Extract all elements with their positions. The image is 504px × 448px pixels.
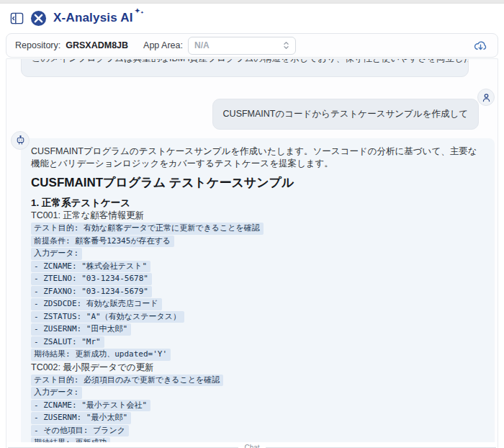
repository-label: Repository: (15, 40, 60, 50)
user-message-bubble: CUSFMAINTのコードからテストケースサンプルを作成して (212, 99, 479, 130)
sparkle-icon: ✦ (135, 7, 140, 14)
inline-code-chip: テスト目的: 有効な顧客データで正常に更新できることを確認 (31, 223, 264, 235)
inline-code-chip: - ZCNAME: "最小テスト会社" (31, 400, 150, 412)
app-header: X-Analysis AI✦✦ (0, 4, 504, 32)
assistant-line-chip: - ZTELNO: "03-1234-5678" (31, 272, 483, 285)
chat-divider-label: Chat (244, 444, 259, 448)
inline-code-chip: - その他項目: ブランク (31, 425, 129, 437)
assistant-line-chip: - ZCNAME: "最小テスト会社" (31, 399, 483, 412)
assistant-avatar (11, 131, 30, 150)
inline-code-chip: - ZDSDCDE: 有効な販売店コード (31, 298, 162, 310)
sidebar-toggle-button[interactable] (9, 11, 24, 25)
app: { "header": { "title": "X-Analysis AI", … (0, 0, 504, 448)
assistant-message-row: CUSFMAINTプログラムのテストケースサンプルを作成いたします。ソースコード… (6, 138, 498, 442)
assistant-message-clipped: このメインプログラムは典型的なIBM i資産プログラムの構造を示しており、保守性… (21, 59, 469, 77)
assistant-line-h1: CUSFMAINTプログラム テストケースサンプル (31, 176, 483, 190)
assistant-line-chip: テスト目的: 有効な顧客データで正常に更新できることを確認 (31, 222, 483, 235)
x-analysis-logo-icon (30, 10, 47, 27)
download-report-button[interactable] (473, 37, 489, 53)
app-area-select[interactable]: N/A (188, 37, 296, 55)
chevron-updown-icon (283, 41, 289, 50)
robot-icon (14, 135, 27, 147)
inline-code-chip: 前提条件: 顧客番号12345が存在する (31, 236, 174, 248)
panel-collapse-icon (10, 12, 24, 25)
inline-code-chip: - ZSTATUS: "A"（有効なステータス） (31, 311, 184, 323)
assistant-line-chip: 期待結果: 更新成功、updated='Y' (31, 348, 483, 361)
user-avatar (477, 89, 495, 106)
page-title: X-Analysis AI✦✦ (53, 11, 142, 25)
assistant-line-chip: - ZSTATUS: "A"（有効なステータス） (31, 310, 483, 323)
assistant-line-p: CUSFMAINTプログラムのテストケースサンプルを作成いたします。ソースコード… (31, 145, 483, 170)
assistant-line-chip: - ZCNAME: "株式会社テスト" (31, 260, 483, 273)
chat-section-divider: Chat (6, 442, 498, 448)
assistant-line-chip: - ZUSERNM: "田中太郎" (31, 323, 483, 336)
assistant-line-chip: - ZUSERNM: "最小太郎" (31, 411, 483, 424)
assistant-message-block: CUSFMAINTプログラムのテストケースサンプルを作成いたします。ソースコード… (21, 138, 495, 442)
assistant-line-chip: - ZDSDCDE: 有効な販売店コード (31, 297, 483, 310)
context-toolbar: Repository: GRSXADM8JB App Area: N/A (6, 33, 498, 58)
app-area-label: App Area: (143, 40, 183, 50)
inline-code-chip: 入力データ: (31, 387, 82, 399)
chat-panel: このメインプログラムは典型的なIBM i資産プログラムの構造を示しており、保守性… (6, 58, 498, 448)
assistant-line-h2: 1. 正常系テストケース (31, 197, 483, 209)
assistant-line-chip: 前提条件: 顧客番号12345が存在する (31, 235, 483, 248)
assistant-line-chip: - ZFAXNO: "03-1234-5679" (31, 285, 483, 298)
inline-code-chip: 期待結果: 更新成功、updated='Y' (31, 349, 171, 361)
assistant-line-chip: - ZSALUT: "Mr" (31, 336, 483, 349)
assistant-line-chip: - その他項目: ブランク (31, 424, 483, 437)
inline-code-chip: - ZFAXNO: "03-1234-5679" (31, 286, 152, 298)
assistant-line-chip: テスト目的: 必須項目のみで更新できることを確認 (31, 374, 483, 387)
assistant-line-chip: 入力データ: (31, 386, 483, 399)
inline-code-chip: - ZUSERNM: "最小太郎" (31, 412, 131, 424)
divider-line (266, 447, 496, 448)
inline-code-chip: - ZTELNO: "03-1234-5678" (31, 273, 152, 285)
inline-code-chip: 期待結果: 更新成功 (31, 437, 110, 442)
inline-code-chip: テスト目的: 必須項目のみで更新できることを確認 (31, 375, 223, 387)
assistant-line-chip: 入力データ: (31, 247, 483, 260)
assistant-line-chip: 期待結果: 更新成功 (31, 436, 483, 442)
assistant-line-text: TC002: 最小限データでの更新 (31, 362, 483, 373)
sparkle-icon: ✦ (140, 10, 143, 14)
inline-code-chip: 入力データ: (31, 248, 82, 260)
inline-code-chip: - ZUSERNM: "田中太郎" (31, 323, 131, 336)
inline-code-chip: - ZCNAME: "株式会社テスト" (31, 261, 150, 273)
cloud-download-icon (473, 38, 489, 53)
repository-value: GRSXADM8JB (66, 40, 128, 50)
user-message-row: CUSFMAINTのコードからテストケースサンプルを作成して (6, 99, 498, 130)
app-area-selected-value: N/A (194, 40, 210, 50)
inline-code-chip: - ZSALUT: "Mr" (31, 336, 104, 349)
chat-scroll-area[interactable]: このメインプログラムは典型的なIBM i資産プログラムの構造を示しており、保守性… (6, 59, 498, 442)
user-icon (481, 92, 492, 103)
divider-line (8, 447, 238, 448)
assistant-line-text: TC001: 正常な顧客情報更新 (31, 210, 483, 221)
